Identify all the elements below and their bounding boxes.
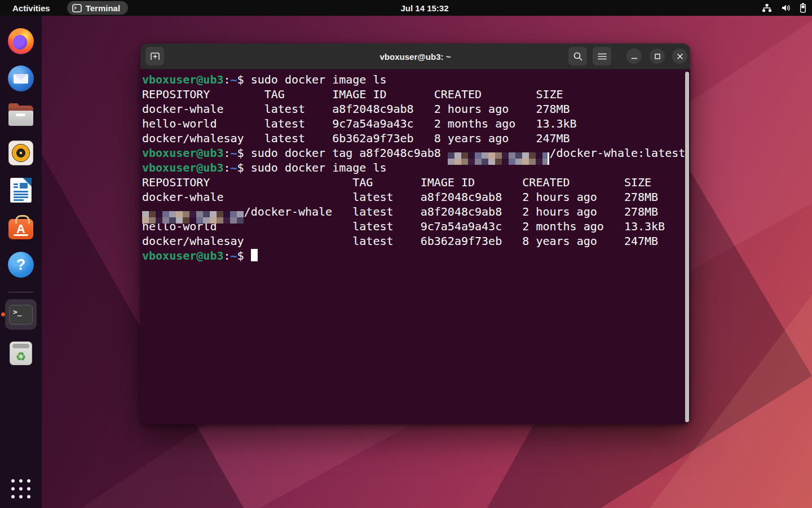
clock[interactable]: Jul 14 15:32	[400, 3, 448, 13]
terminal-line: vboxuser@ub3:~$ sudo docker image ls	[142, 72, 682, 87]
terminal-line: REPOSITORY TAG IMAGE ID CREATED SIZE	[142, 175, 682, 190]
maximize-button[interactable]	[650, 49, 665, 64]
top-bar: Activities Terminal Jul 14 15:32	[0, 0, 812, 16]
terminal-line: vboxuser@ub3:~$	[142, 248, 682, 263]
terminal-line: docker-whale latest a8f2048c9ab8 2 hours…	[142, 102, 682, 116]
help-icon: ?	[8, 252, 34, 278]
window-header[interactable]: vboxuser@ub3: ~	[140, 43, 690, 69]
search-button[interactable]	[568, 47, 587, 65]
dock-item-trash[interactable]: ♻	[7, 340, 34, 367]
volume-icon	[781, 3, 791, 12]
terminal-app-icon	[72, 4, 82, 12]
terminal-line: vboxuser@ub3:~$ sudo docker image ls	[142, 160, 682, 175]
new-tab-button[interactable]	[145, 47, 164, 65]
network-wired-icon	[762, 3, 772, 12]
activities-button[interactable]: Activities	[8, 2, 55, 14]
dock-item-rhythmbox[interactable]	[7, 139, 34, 167]
minimize-button[interactable]	[626, 49, 642, 64]
terminal-line: docker-whale latest a8f2048c9ab8 2 hours…	[142, 190, 682, 204]
terminal-window: vboxuser@ub3: ~ vboxuser@ub3:~$ sudo doc…	[140, 43, 690, 424]
close-button[interactable]	[672, 49, 687, 64]
system-status-area[interactable]	[762, 0, 806, 16]
focused-app-menu[interactable]: Terminal	[67, 1, 128, 15]
dock-item-firefox[interactable]	[7, 28, 34, 55]
terminal-line: hello-world latest 9c7a54a9a43c 2 months…	[142, 116, 682, 131]
dock-separator	[8, 292, 33, 292]
dock-item-help[interactable]: ?	[7, 251, 34, 278]
show-applications-button[interactable]	[8, 476, 33, 501]
censored-text	[448, 152, 550, 165]
dock-item-files[interactable]	[7, 102, 34, 129]
dock-item-libreoffice-writer[interactable]	[7, 177, 34, 204]
rhythmbox-icon	[8, 141, 33, 165]
dock: A ? >_ ♻	[0, 16, 42, 508]
ubuntu-software-icon: A	[8, 219, 33, 239]
terminal-body[interactable]: vboxuser@ub3:~$ sudo docker image lsREPO…	[140, 69, 690, 424]
battery-icon	[800, 3, 806, 13]
focused-app-label: Terminal	[86, 3, 120, 13]
firefox-icon	[8, 28, 34, 54]
terminal-text: vboxuser@ub3:~$ sudo docker image lsREPO…	[140, 69, 690, 424]
desktop: Activities Terminal Jul 14 15:32	[0, 0, 812, 508]
running-indicator-dot	[1, 313, 5, 317]
terminal-scrollbar[interactable]	[685, 72, 689, 422]
trash-icon: ♻	[10, 341, 32, 365]
files-icon	[8, 106, 33, 126]
terminal-line: /docker-whale latest a8f2048c9ab8 2 hour…	[142, 204, 682, 219]
thunderbird-icon	[8, 65, 34, 91]
hamburger-menu-button[interactable]	[593, 47, 611, 65]
terminal-line: REPOSITORY TAG IMAGE ID CREATED SIZE	[142, 87, 682, 102]
dock-item-ubuntu-software[interactable]: A	[7, 214, 34, 241]
terminal-line: vboxuser@ub3:~$ sudo docker tag a8f2048c…	[142, 146, 682, 160]
censored-text	[142, 211, 244, 224]
terminal-cursor	[251, 249, 258, 261]
terminal-line: docker/whalesay latest 6b362a9f73eb 8 ye…	[142, 234, 682, 248]
dock-item-terminal[interactable]: >_	[5, 299, 37, 330]
terminal-icon: >_	[9, 305, 33, 325]
dock-item-thunderbird[interactable]	[7, 65, 34, 92]
terminal-line: docker/whalesay latest 6b362a9f73eb 8 ye…	[142, 131, 682, 146]
libreoffice-writer-icon	[10, 178, 32, 203]
